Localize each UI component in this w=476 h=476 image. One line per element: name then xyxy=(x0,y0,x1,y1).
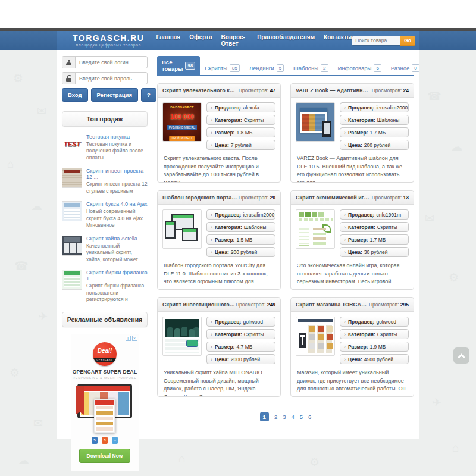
product-thumbnail[interactable] xyxy=(296,317,335,356)
nav-link-offer[interactable]: Оферта xyxy=(189,34,212,47)
tab-templates[interactable]: Шаблоны 2 xyxy=(289,61,333,75)
ad-banner[interactable]: i × Deal! OPENCART OPENCART SUPER DEAL R… xyxy=(71,334,139,471)
product-description: Скрипт увлекательного квеста. После прох… xyxy=(158,151,280,182)
product-title[interactable]: Скрипт увлекательного квест.... xyxy=(162,87,237,93)
price-field: ›Цена:200 рублей xyxy=(340,140,409,150)
chevron-right-icon: › xyxy=(344,344,346,350)
item-thumbnail[interactable]: TEST xyxy=(62,134,82,154)
item-description: Качественный уникальный скрипт, хайпа, к… xyxy=(86,243,148,263)
scroll-to-top-button[interactable] xyxy=(453,347,469,364)
size-value: 4.7 МБ xyxy=(236,344,252,350)
price-label: Цена: xyxy=(348,356,362,362)
price-field: ›Цена:7 рублей xyxy=(206,140,275,150)
views-counter: Просмотров: 249 xyxy=(236,302,275,308)
category-field: ›Категория:Скрипты xyxy=(340,329,409,339)
category-tabs: Все товары 98 Скрипты 85 Лендинги 5 Шабл… xyxy=(157,56,414,76)
size-label: Размер: xyxy=(215,237,234,243)
views-counter: Просмотров: 20 xyxy=(239,195,275,201)
views-counter: Просмотров: 47 xyxy=(239,87,275,93)
pattern-plane-icon: ✈ xyxy=(38,309,48,323)
size-field: ›Размер:4.7 МБ xyxy=(206,342,275,352)
item-thumbnail[interactable] xyxy=(62,168,82,188)
thumb-amount: 100 000 xyxy=(163,113,201,120)
seller-field: ›Продавец:alexufa xyxy=(206,102,275,112)
seller-label: Продавец: xyxy=(215,319,241,325)
item-description: Скрипт биржи фриланса - пользователи рег… xyxy=(86,283,148,303)
product-thumbnail[interactable]: БАБЛОКВЕСТ 100 000 РУБЛЕЙ В МЕСЯЦ ПРОЙТИ… xyxy=(162,102,202,142)
item-title-link[interactable]: Скрипт инвест-проекта 12 ... xyxy=(86,168,148,180)
thumb-caption: РУБЛЕЙ В МЕСЯЦ xyxy=(167,125,197,130)
item-thumbnail[interactable] xyxy=(62,201,82,221)
product-title[interactable]: Скрипт экономической игры ... xyxy=(296,195,371,201)
list-item: Скрипт букса 4.0 на Ajax Новый современн… xyxy=(62,201,148,228)
tab-infoproducts[interactable]: Инфотовары 6 xyxy=(333,61,386,75)
page-button-3[interactable]: 3 xyxy=(283,414,286,420)
chevron-right-icon: › xyxy=(211,142,212,148)
register-button[interactable]: Регистрация xyxy=(91,88,138,102)
size-field: ›Размер:1.7 МБ xyxy=(340,127,409,137)
product-thumbnail[interactable] xyxy=(296,102,335,142)
views-label: Просмотров: xyxy=(372,195,402,201)
price-label: Цена: xyxy=(348,142,362,148)
product-title[interactable]: Скрипт инвестиционного про... xyxy=(162,302,236,308)
tab-misc[interactable]: Разное 0 xyxy=(386,61,424,75)
tab-label: Скрипты xyxy=(205,65,227,71)
views-counter: Просмотров: 24 xyxy=(372,87,409,93)
search-input[interactable] xyxy=(352,36,400,46)
item-title-link[interactable]: Тестовая покупка xyxy=(86,134,148,140)
page-button-6[interactable]: 6 xyxy=(308,414,311,420)
tab-count-badge: 6 xyxy=(374,64,381,72)
page-button-1[interactable]: 1 xyxy=(260,412,269,421)
css3-icon: 3 xyxy=(102,437,108,444)
tab-scripts[interactable]: Скрипты 85 xyxy=(200,61,245,75)
item-thumbnail[interactable] xyxy=(62,236,82,256)
login-button[interactable]: Вход xyxy=(62,88,88,102)
ad-download-button[interactable]: Download Now xyxy=(79,449,130,463)
pattern-home-icon: ⌂ xyxy=(7,158,14,171)
nav-link-copyright[interactable]: Правообладателям xyxy=(257,34,315,47)
login-input[interactable] xyxy=(76,57,147,68)
page-button-2[interactable]: 2 xyxy=(274,414,277,420)
price-value: 200 рублей xyxy=(364,142,390,148)
nav-link-contacts[interactable]: Контакты xyxy=(324,34,352,47)
adchoices-close-icon[interactable]: × xyxy=(132,336,137,341)
site-logo[interactable]: TORGASCH.RU площадка цифровых товаров xyxy=(73,34,144,48)
product-thumbnail[interactable] xyxy=(162,209,202,249)
adchoices-info-icon[interactable]: i xyxy=(126,336,131,341)
chevron-right-icon: › xyxy=(211,319,212,325)
tab-landings[interactable]: Лендинги 5 xyxy=(245,61,289,75)
search-go-button[interactable]: Go xyxy=(400,36,415,46)
nav-link-home[interactable]: Главная xyxy=(156,34,180,47)
password-input[interactable] xyxy=(76,73,147,84)
product-thumbnail[interactable] xyxy=(162,317,202,356)
nav-link-faq[interactable]: Вопрос-Ответ xyxy=(221,34,249,47)
help-button[interactable]: ? xyxy=(141,88,156,102)
product-thumbnail[interactable] xyxy=(296,209,335,249)
product-card: VAREZ Book — Адаптивный ш... Просмотров:… xyxy=(290,83,414,183)
seller-label: Продавец: xyxy=(348,212,374,218)
size-value: 1.7 МБ xyxy=(369,237,386,243)
main-nav: Главная Оферта Вопрос-Ответ Правообладат… xyxy=(156,34,352,47)
product-title[interactable]: Шаблон городского портала Y... xyxy=(162,195,237,201)
seller-value: ierusalim2000 xyxy=(243,212,274,218)
tab-all-products[interactable]: Все товары 98 xyxy=(157,56,200,75)
product-description: VAREZ Book — Адаптивный шаблон для DLE 1… xyxy=(291,151,414,182)
item-title-link[interactable]: Скрипт хайпа Actella xyxy=(86,236,148,242)
item-thumbnail[interactable] xyxy=(62,270,82,290)
product-title[interactable]: Скрипт магазина TORGASCH xyxy=(296,302,369,308)
product-title[interactable]: VAREZ Book — Адаптивный ш... xyxy=(296,87,371,93)
pattern-cloud-icon: ☁ xyxy=(451,140,462,154)
price-field: ›Цена:4500 рублей xyxy=(340,354,409,364)
chevron-right-icon: › xyxy=(344,249,346,255)
product-description: Это экономическая онлайн игра, которая п… xyxy=(291,258,414,289)
chevron-right-icon: › xyxy=(211,249,212,255)
item-title-link[interactable]: Скрипт букса 4.0 на Ajax xyxy=(86,201,148,207)
size-value: 1.8 МБ xyxy=(236,130,252,136)
product-description: Уникальный скрипт хайпа MILLONARIO. Совр… xyxy=(158,365,280,396)
page-button-4[interactable]: 4 xyxy=(292,414,295,420)
list-item: Скрипт биржи фриланса + ... Скрипт биржи… xyxy=(62,270,148,303)
item-title-link[interactable]: Скрипт биржи фриланса + ... xyxy=(86,270,148,281)
page-button-5[interactable]: 5 xyxy=(300,414,303,420)
tab-count-badge: 5 xyxy=(277,64,284,72)
price-value: 200 рублей xyxy=(231,249,257,255)
